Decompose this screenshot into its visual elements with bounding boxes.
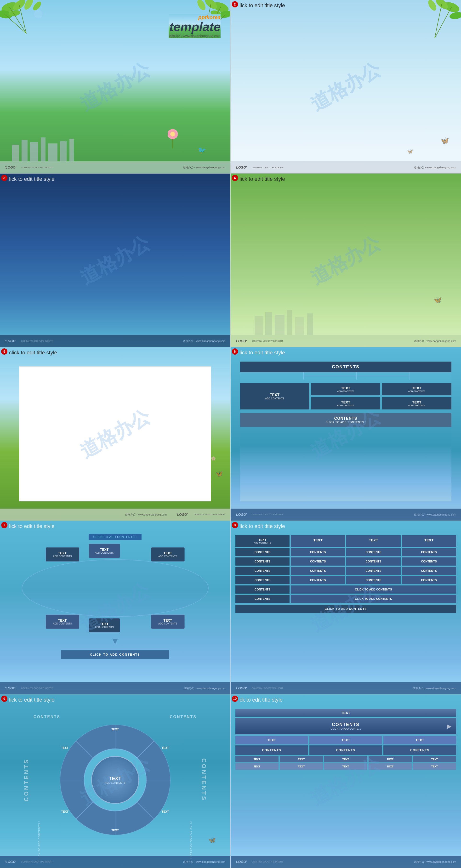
sc-3-content[interactable]: TEXT	[324, 763, 367, 770]
num-badge-4: 4	[232, 175, 238, 181]
col-a-label[interactable]: TEXT	[236, 736, 308, 744]
title-text-8: lick to edit title style	[240, 523, 285, 529]
tr2-c2[interactable]: CONTENTS	[291, 557, 345, 565]
tr5-rest[interactable]: CLICK TO ADD CONTENTS	[291, 585, 456, 594]
slide-title-7[interactable]: lick to edit title style	[9, 523, 55, 529]
slide-title-2[interactable]: lick to edit title style	[240, 2, 285, 9]
cell-3[interactable]: TEXT ADD CONTENTS	[311, 397, 380, 409]
play-icon: ▶	[447, 723, 452, 730]
sc-3-label[interactable]: TEXT	[324, 756, 367, 763]
sc-4-label[interactable]: TEXT	[369, 756, 412, 763]
five-col-row: TEXT TEXT TEXT TEXT TEXT TEXT TEXT TEXT …	[236, 756, 456, 770]
cell-5[interactable]: TEXT ADD CONTENTS	[382, 397, 452, 409]
tr4-c3[interactable]: CONTENTS	[346, 576, 401, 584]
sc-4-content[interactable]: TEXT	[369, 763, 412, 770]
tr3-c2[interactable]: CONTENTS	[291, 567, 345, 575]
logo-5: 'LOGO'	[176, 513, 188, 517]
table-bottom-btn[interactable]: CLICK TO ADD CONTENTS	[236, 605, 456, 613]
tr3-c4[interactable]: CONTENTS	[402, 567, 456, 575]
connector-area	[240, 372, 452, 379]
col-b-content[interactable]: CONTENTS	[309, 745, 382, 755]
tr4-c2[interactable]: CONTENTS	[291, 576, 345, 584]
slide-title-10[interactable]: ck to edit title style	[240, 697, 283, 703]
svg-rect-21	[30, 142, 38, 161]
slide-title-9[interactable]: lick to edit title style	[9, 697, 55, 703]
arrow-down: ▼	[111, 636, 120, 646]
th-4[interactable]: TEXT	[402, 535, 456, 547]
tr4-c1[interactable]: CONTENTS	[236, 576, 290, 584]
contents-top-right: CONTENTS	[170, 715, 196, 719]
tr1-c4[interactable]: CONTENTS	[402, 548, 456, 556]
bottom-url-7: 道格办公 · www.daoerbangong.com	[184, 686, 225, 690]
sc-2-label[interactable]: TEXT	[280, 756, 323, 763]
num-badge-3: 3	[1, 175, 7, 181]
slide-title-5[interactable]: click to edit title style	[9, 350, 57, 356]
cell-1[interactable]: TEXT ADD CONTENTS	[240, 383, 309, 409]
cell-5-sub: ADD CONTENTS	[384, 404, 450, 407]
cell-2[interactable]: TEXT ADD CONTENTS	[311, 383, 380, 395]
logo-sub-4: COMPANY LOGOTYPE INSERT	[251, 340, 283, 342]
svg-rect-22	[41, 137, 45, 161]
template-text: template	[168, 21, 221, 33]
oval-bg	[22, 559, 209, 617]
seg-br[interactable]: TEXT ADD CONTENTS	[151, 615, 185, 629]
num-badge-2: 2	[232, 1, 238, 7]
tr6-c1[interactable]: CONTENTS	[236, 595, 290, 603]
th-3[interactable]: TEXT	[346, 535, 401, 547]
cell-2-label: TEXT	[313, 386, 378, 390]
main-btn[interactable]: CONTENTS CLICK TO ADD CONTE... ▶	[236, 718, 456, 734]
slide-title-4[interactable]: lick to edit title style	[240, 176, 285, 182]
title-text-6: lick to edit title style	[240, 350, 285, 355]
sc-2-content[interactable]: TEXT	[280, 763, 323, 770]
tr3-c1[interactable]: CONTENTS	[236, 567, 290, 575]
bottom-bar-10: 'LOGO' COMPANY LOGOTYPE INSERT 道格办公 · ww…	[230, 856, 461, 868]
seg-bc[interactable]: TEXT ADD CONTENTS	[89, 618, 120, 632]
tr1-c2[interactable]: CONTENTS	[291, 548, 345, 556]
col-b-label[interactable]: TEXT	[309, 736, 382, 744]
slide-4: 4 lick to edit title style 🦋 'LOGO' COMP…	[230, 174, 461, 347]
svg-rect-20	[22, 140, 28, 161]
slide-title-6[interactable]: lick to edit title style	[240, 350, 285, 356]
th-1[interactable]: TEXT ADD CONTENTS	[236, 535, 290, 547]
title-text-2: lick to edit title style	[240, 2, 285, 8]
bottom-url-10: 道格办公 · www.daogebangong.com	[414, 860, 456, 864]
tr6-rest[interactable]: CLICK TO ADD CONTENTS	[291, 595, 456, 603]
tr1-c3[interactable]: CONTENTS	[346, 548, 401, 556]
num-badge-7: 7	[1, 522, 7, 528]
tr3-c3[interactable]: CONTENTS	[346, 567, 401, 575]
tr2-c3[interactable]: CONTENTS	[346, 557, 401, 565]
bottom-bar-7: 'LOGO' COMPANY LOGOTYPE INSERT 道格办公 · ww…	[0, 682, 230, 694]
col-c-content[interactable]: CONTENTS	[383, 745, 456, 755]
seg-tc[interactable]: TEXT ADD CONTENTS	[89, 544, 120, 558]
svg-rect-19	[12, 145, 19, 161]
tr2-c4[interactable]: CONTENTS	[402, 557, 456, 565]
tr1-c1[interactable]: CONTENTS	[236, 548, 290, 556]
contents-footer[interactable]: CONTENTS CLICK TO ADD CONTENTS !	[240, 413, 452, 427]
contents-box: CONTENTS TEXT ADD CONTENTS	[240, 362, 452, 501]
svg-rect-38	[265, 312, 272, 335]
seg-tl[interactable]: TEXT ADD CONTENTS	[46, 547, 79, 561]
svg-rect-40	[287, 310, 292, 335]
logo-sub-3: COMPANY LOGOTYPE INSERT	[21, 340, 53, 342]
sc-1-content[interactable]: TEXT	[236, 763, 278, 770]
slide-title-8[interactable]: lick to edit title style	[240, 523, 285, 529]
top-banner[interactable]: TEXT	[236, 709, 456, 717]
col-c-label[interactable]: TEXT	[383, 736, 456, 744]
tr4-c4[interactable]: CONTENTS	[402, 576, 456, 584]
footer-label: CONTENTS	[244, 416, 448, 421]
sc-5-label[interactable]: TEXT	[413, 756, 456, 763]
sc-1-label[interactable]: TEXT	[236, 756, 278, 763]
seg-tr[interactable]: TEXT ADD CONTENTS	[151, 547, 185, 561]
sc-5-content[interactable]: TEXT	[413, 763, 456, 770]
cell-4[interactable]: TEXT ADD CONTENTS	[382, 383, 452, 395]
th-1-text: TEXT	[237, 538, 288, 541]
bottom-btn-7[interactable]: CLICK TO ADD CONTENTS	[61, 650, 169, 659]
col-a-content[interactable]: CONTENTS	[236, 745, 308, 755]
click-to-add-7[interactable]: CLICK TO ADD CONTENTS !	[89, 534, 142, 540]
th-2[interactable]: TEXT	[291, 535, 345, 547]
slide-5: 5 click to edit title style 🦋 🌸 道格办公 · w…	[0, 347, 230, 521]
tr2-c1[interactable]: CONTENTS	[236, 557, 290, 565]
slide-title-3[interactable]: lick to edit title style	[9, 176, 55, 182]
tr5-c1[interactable]: CONTENTS	[236, 585, 290, 594]
seg-bl[interactable]: TEXT ADD CONTENTS	[46, 615, 79, 629]
